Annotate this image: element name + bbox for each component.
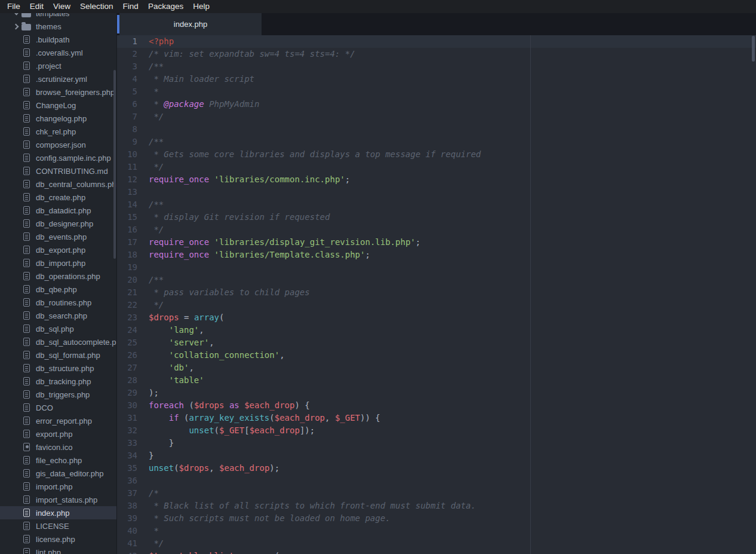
tree-item-db_create.php[interactable]: db_create.php (0, 191, 116, 204)
editor[interactable]: 1<?php2/* vim: set expandtab sw=4 ts=4 s… (117, 35, 756, 554)
tree-item-.project[interactable]: .project (0, 59, 116, 72)
code-line-18[interactable]: 18require_once 'libraries/Template.class… (117, 249, 756, 261)
code-line-41[interactable]: 41 */ (117, 537, 756, 550)
tree-item-db_triggers.php[interactable]: db_triggers.php (0, 388, 116, 401)
code-line-partial[interactable]: 42$target_blacklist = array( (117, 550, 756, 554)
tree-item-CONTRIBUTING.md[interactable]: CONTRIBUTING.md (0, 164, 116, 177)
tree-item-license.php[interactable]: license.php (0, 532, 116, 546)
code-line-14[interactable]: 14/** (117, 198, 756, 211)
tree-item-gis_data_editor.php[interactable]: gis_data_editor.php (0, 467, 116, 480)
code-line-24[interactable]: 24 'lang', (117, 324, 756, 336)
code-line-38[interactable]: 38 * Black list of all scripts to which … (117, 500, 756, 512)
code-line-2[interactable]: 2/* vim: set expandtab sw=4 ts=4 sts=4: … (117, 48, 756, 60)
menu-view[interactable]: View (48, 0, 75, 13)
code-line-8[interactable]: 8 (117, 123, 756, 136)
tree-item-db_sql.php[interactable]: db_sql.php (0, 322, 116, 335)
tree-item-error_report.php[interactable]: error_report.php (0, 414, 116, 427)
menu-selection[interactable]: Selection (75, 0, 118, 13)
code-line-9[interactable]: 9/** (117, 136, 756, 148)
tree-item-templates[interactable]: templates (0, 13, 116, 20)
tree-item-db_import.php[interactable]: db_import.php (0, 256, 116, 270)
tree-item-db_sql_autocomplete.php[interactable]: db_sql_autocomplete.php (0, 335, 116, 348)
tree-item-lint.php[interactable]: lint.php (0, 546, 116, 554)
code-line-12[interactable]: 12require_once 'libraries/common.inc.php… (117, 173, 756, 186)
code-line-17[interactable]: 17require_once 'libraries/display_git_re… (117, 236, 756, 249)
tree-item-.coveralls.yml[interactable]: .coveralls.yml (0, 46, 116, 59)
code-line-32[interactable]: 32 unset($_GET[$each_drop]); (117, 424, 756, 437)
tree-item-db_datadict.php[interactable]: db_datadict.php (0, 204, 116, 217)
tree-item-index.php[interactable]: index.php (0, 506, 116, 519)
code-line-31[interactable]: 31 if (array_key_exists($each_drop, $_GE… (117, 412, 756, 424)
code-line-20[interactable]: 20/** (117, 274, 756, 286)
tree-item-db_search.php[interactable]: db_search.php (0, 309, 116, 322)
tree-item-file_echo.php[interactable]: file_echo.php (0, 454, 116, 467)
code-line-10[interactable]: 10 * Gets some core libraries and displa… (117, 148, 756, 161)
code-line-6[interactable]: 6 * @package PhpMyAdmin (117, 98, 756, 111)
chevron-right-icon[interactable] (12, 22, 21, 31)
tree-item-themes[interactable]: themes (0, 20, 116, 33)
code-line-11[interactable]: 11 */ (117, 161, 756, 173)
tree-item-DCO[interactable]: DCO (0, 401, 116, 414)
code-line-29[interactable]: 29); (117, 387, 756, 399)
tree-item-db_routines.php[interactable]: db_routines.php (0, 296, 116, 309)
code-line-1[interactable]: 1<?php (117, 35, 756, 48)
tree-item-db_qbe.php[interactable]: db_qbe.php (0, 283, 116, 296)
tree-item-db_operations.php[interactable]: db_operations.php (0, 270, 116, 283)
code-line-4[interactable]: 4 * Main loader script (117, 73, 756, 85)
code-line-35[interactable]: 35unset($drops, $each_drop); (117, 462, 756, 475)
code-line-37[interactable]: 37/* (117, 487, 756, 500)
code-line-39[interactable]: 39 * Such scripts must not be loaded on … (117, 512, 756, 525)
tree-item-chk_rel.php[interactable]: chk_rel.php (0, 125, 116, 138)
tab-index-php[interactable]: index.php (119, 13, 262, 35)
tree-item-LICENSE[interactable]: LICENSE (0, 519, 116, 532)
code-line-30[interactable]: 30foreach ($drops as $each_drop) { (117, 399, 756, 412)
tree-item-db_central_columns.php[interactable]: db_central_columns.php (0, 177, 116, 191)
folder-icon (21, 13, 31, 17)
editor-pane: index.php 1<?php2/* vim: set expandtab s… (117, 13, 756, 554)
code-line-16[interactable]: 16 */ (117, 224, 756, 236)
tree-item-db_events.php[interactable]: db_events.php (0, 230, 116, 243)
code-line-5[interactable]: 5 * (117, 85, 756, 98)
menu-file[interactable]: File (2, 0, 25, 13)
tree-item-db_designer.php[interactable]: db_designer.php (0, 217, 116, 230)
file-icon (23, 127, 30, 136)
tree-item-.buildpath[interactable]: .buildpath (0, 33, 116, 46)
code-line-23[interactable]: 23$drops = array( (117, 311, 756, 324)
code-line-3[interactable]: 3/** (117, 60, 756, 73)
tree-item-changelog.php[interactable]: changelog.php (0, 112, 116, 125)
menu-help[interactable]: Help (188, 0, 214, 13)
tree-item-import.php[interactable]: import.php (0, 480, 116, 493)
code-line-27[interactable]: 27 'db', (117, 362, 756, 374)
tree-item-config.sample.inc.php[interactable]: config.sample.inc.php (0, 151, 116, 164)
tree-item-db_structure.php[interactable]: db_structure.php (0, 362, 116, 375)
tree-item-favicon.ico[interactable]: favicon.ico (0, 440, 116, 454)
code-line-15[interactable]: 15 * display Git revision if requested (117, 211, 756, 224)
menu-packages[interactable]: Packages (143, 0, 188, 13)
tree-item-export.php[interactable]: export.php (0, 427, 116, 440)
tree-item-ChangeLog[interactable]: ChangeLog (0, 99, 116, 112)
code-line-7[interactable]: 7 */ (117, 111, 756, 123)
tree-item-composer.json[interactable]: composer.json (0, 138, 116, 151)
code-line-13[interactable]: 13 (117, 186, 756, 198)
code-line-28[interactable]: 28 'table' (117, 374, 756, 387)
menu-find[interactable]: Find (118, 0, 143, 13)
code-line-25[interactable]: 25 'server', (117, 336, 756, 349)
code-line-19[interactable]: 19 (117, 261, 756, 274)
tree-item-import_status.php[interactable]: import_status.php (0, 493, 116, 506)
chevron-down-icon[interactable] (12, 13, 21, 18)
tree-item-db_sql_format.php[interactable]: db_sql_format.php (0, 348, 116, 362)
tree-item-.scrutinizer.yml[interactable]: .scrutinizer.yml (0, 72, 116, 85)
code-line-40[interactable]: 40 * (117, 525, 756, 537)
tree-item-db_tracking.php[interactable]: db_tracking.php (0, 375, 116, 388)
code-line-22[interactable]: 22 */ (117, 299, 756, 311)
code-line-33[interactable]: 33 } (117, 437, 756, 449)
code-line-36[interactable]: 36 (117, 475, 756, 487)
tree-item-db_export.php[interactable]: db_export.php (0, 243, 116, 256)
code-line-34[interactable]: 34} (117, 449, 756, 462)
code-line-26[interactable]: 26 'collation_connection', (117, 349, 756, 362)
tree-item-browse_foreigners.php[interactable]: browse_foreigners.php (0, 85, 116, 99)
code-line-21[interactable]: 21 * pass variables to child pages (117, 286, 756, 299)
menu-edit[interactable]: Edit (25, 0, 48, 13)
tree-scrollbar-thumb[interactable] (113, 70, 116, 259)
editor-scrollbar-thumb[interactable] (752, 36, 755, 62)
